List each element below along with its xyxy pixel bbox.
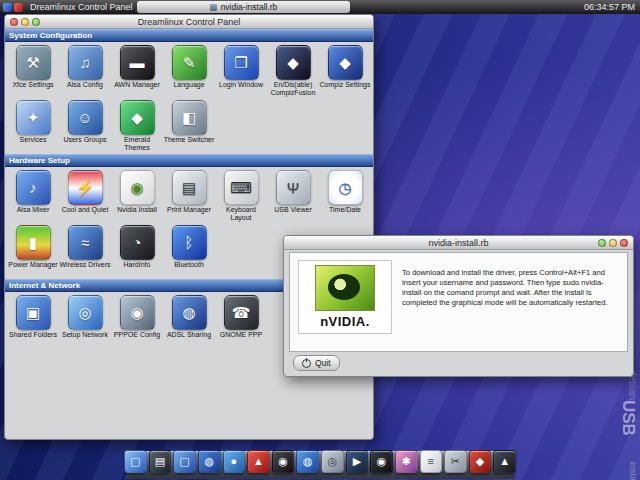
control-panel-item[interactable]: ⚒ Xfce Settings bbox=[7, 43, 59, 98]
theme-switcher-icon: ◧ bbox=[172, 100, 207, 135]
cd-player-icon[interactable]: ◉ bbox=[370, 450, 393, 473]
control-panel-item[interactable]: ◎ Setup Network bbox=[59, 293, 111, 348]
section-header-system: System Configuration bbox=[5, 29, 373, 42]
item-label: Users Groups bbox=[63, 136, 106, 144]
item-label: Bluetooth bbox=[174, 261, 204, 269]
control-panel-item[interactable]: ◔ HardInfo bbox=[111, 223, 163, 278]
display-settings-icon[interactable]: ▢ bbox=[124, 450, 147, 473]
control-panel-item[interactable]: ◷ Time/Date bbox=[319, 168, 371, 223]
nvidia-install-icon: ◉ bbox=[120, 170, 155, 205]
control-panel-item[interactable]: ♪ Alsa Mixer bbox=[7, 168, 59, 223]
zoom-button[interactable] bbox=[32, 18, 40, 26]
control-panel-item[interactable]: Ψ USB Viewer bbox=[267, 168, 319, 223]
control-panel-item[interactable]: ▣ Shared Folders bbox=[7, 293, 59, 348]
control-panel-item[interactable]: ᛒ Bluetooth bbox=[163, 223, 215, 278]
dialog-body: nVIDIA. To download and install the driv… bbox=[289, 252, 628, 352]
system-configuration-grid: ⚒ Xfce Settings ♫ Alsa Config ▬ AWN Mana… bbox=[5, 42, 373, 154]
services-icon: ✦ bbox=[16, 100, 51, 135]
control-panel-titlebar[interactable]: Dreamlinux Control Panel bbox=[5, 15, 373, 29]
active-window-tab[interactable]: nvidia-install.rb bbox=[137, 1, 350, 13]
login-window-icon: ❐ bbox=[224, 45, 259, 80]
burner-icon[interactable]: ◎ bbox=[321, 450, 344, 473]
item-label: Power Manager bbox=[8, 261, 57, 269]
close-button[interactable] bbox=[10, 18, 18, 26]
adobe-reader-icon[interactable]: ▲ bbox=[247, 450, 270, 473]
dvd-player-icon[interactable]: ◍ bbox=[296, 450, 319, 473]
compiz-settings-icon: ◆ bbox=[328, 45, 363, 80]
dialog-titlebar[interactable]: nvidia-install.rb bbox=[284, 236, 633, 250]
item-label: Xfce Settings bbox=[12, 81, 53, 89]
photo-manager-icon[interactable]: ✱ bbox=[395, 450, 418, 473]
control-panel-item[interactable]: ⌨ Keyboard Layout bbox=[215, 168, 267, 223]
control-panel-item[interactable]: ◉ PPPOE Config bbox=[111, 293, 163, 348]
control-panel-item[interactable]: ≈ Wireless Drivers bbox=[59, 223, 111, 278]
file-cabinet-icon[interactable]: ▤ bbox=[149, 450, 172, 473]
minimize-button[interactable] bbox=[609, 239, 617, 247]
media-player-icon[interactable]: ▶ bbox=[346, 450, 369, 473]
dialog-window-buttons bbox=[593, 239, 633, 247]
item-label: Print Manager bbox=[167, 206, 211, 214]
nvidia-wordmark: nVIDIA. bbox=[320, 314, 370, 329]
quit-button-label: Quit bbox=[315, 358, 331, 368]
item-label: Services bbox=[20, 136, 47, 144]
control-panel-item[interactable]: ◆ En/Dis(able) CompizFusion bbox=[267, 43, 319, 98]
firefox-icon[interactable]: ◍ bbox=[198, 450, 221, 473]
close-button[interactable] bbox=[620, 239, 628, 247]
zoom-button[interactable] bbox=[598, 239, 606, 247]
control-panel-item[interactable]: ✦ Services bbox=[7, 98, 59, 153]
vinyl-player-icon[interactable]: ◉ bbox=[272, 450, 295, 473]
power-manager-icon: ▮ bbox=[16, 225, 51, 260]
item-label: HardInfo bbox=[124, 261, 151, 269]
shared-folders-icon: ▣ bbox=[16, 295, 51, 330]
compiz-fusion-toggle-icon: ◆ bbox=[276, 45, 311, 80]
control-panel-title: Dreamlinux Control Panel bbox=[5, 17, 373, 27]
text-editor-icon[interactable]: ≡ bbox=[420, 450, 443, 473]
control-panel-item[interactable]: ❐ Login Window bbox=[215, 43, 267, 98]
desktop: powered by FlexiBoost debian USB install… bbox=[0, 0, 640, 480]
control-panel-item[interactable]: ⚡ Cool and Quiet bbox=[59, 168, 111, 223]
control-panel-item[interactable]: ▮ Power Manager bbox=[7, 223, 59, 278]
bluetooth-icon: ᛒ bbox=[172, 225, 207, 260]
time-date-icon: ◷ bbox=[328, 170, 363, 205]
power-icon bbox=[302, 359, 311, 368]
control-panel-item[interactable]: ◆ Emerald Themes bbox=[111, 98, 163, 153]
notifier-icon[interactable] bbox=[14, 3, 23, 12]
item-label: Theme Switcher bbox=[164, 136, 215, 144]
language-icon: ✎ bbox=[172, 45, 207, 80]
control-panel-item[interactable]: ☺ Users Groups bbox=[59, 98, 111, 153]
wireless-drivers-icon: ≈ bbox=[68, 225, 103, 260]
item-label: Compiz Settings bbox=[320, 81, 371, 89]
alsa-mixer-icon: ♪ bbox=[16, 170, 51, 205]
menubar-app-title[interactable]: Dreamlinux Control Panel bbox=[30, 2, 133, 12]
control-panel-item[interactable]: ✎ Language bbox=[163, 43, 215, 98]
control-panel-item[interactable]: ◍ ADSL Sharing bbox=[163, 293, 215, 348]
minimize-button[interactable] bbox=[21, 18, 29, 26]
item-label: Alsa Mixer bbox=[17, 206, 50, 214]
control-panel-item[interactable]: ◧ Theme Switcher bbox=[163, 98, 215, 153]
control-panel-item[interactable]: ▬ AWN Manager bbox=[111, 43, 163, 98]
control-panel-item[interactable]: ◆ Compiz Settings bbox=[319, 43, 371, 98]
emerald-themes-icon: ◆ bbox=[120, 100, 155, 135]
package-installer-icon[interactable]: ◆ bbox=[469, 450, 492, 473]
globe-icon[interactable]: ● bbox=[223, 450, 246, 473]
screen-icon[interactable]: ▢ bbox=[173, 450, 196, 473]
dialog-title: nvidia-install.rb bbox=[284, 238, 633, 248]
quit-button[interactable]: Quit bbox=[293, 355, 340, 371]
adsl-sharing-icon: ◍ bbox=[172, 295, 207, 330]
watermark-usb-text: USB bbox=[618, 400, 638, 436]
menubar: Dreamlinux Control Panel nvidia-install.… bbox=[0, 0, 640, 14]
item-label: Cool and Quiet bbox=[62, 206, 109, 214]
setup-network-icon: ◎ bbox=[68, 295, 103, 330]
control-panel-item[interactable]: ♫ Alsa Config bbox=[59, 43, 111, 98]
control-panel-item[interactable]: ◉ Nvidia Install bbox=[111, 168, 163, 223]
control-panel-item[interactable]: ☎ GNOME PPP bbox=[215, 293, 267, 348]
system-tools-icon[interactable]: ✂ bbox=[444, 450, 467, 473]
item-label: Language bbox=[173, 81, 204, 89]
awn-manager-icon: ▬ bbox=[120, 45, 155, 80]
gnome-ppp-icon: ☎ bbox=[224, 295, 259, 330]
nvidia-install-dialog: nvidia-install.rb nVIDIA. To download an… bbox=[283, 235, 634, 377]
dreamlinux-menu-icon[interactable] bbox=[3, 3, 12, 12]
control-panel-item[interactable]: ▤ Print Manager bbox=[163, 168, 215, 223]
stacks-icon[interactable]: ▲ bbox=[493, 450, 516, 473]
clock[interactable]: 06:34:57 PM bbox=[584, 2, 635, 12]
